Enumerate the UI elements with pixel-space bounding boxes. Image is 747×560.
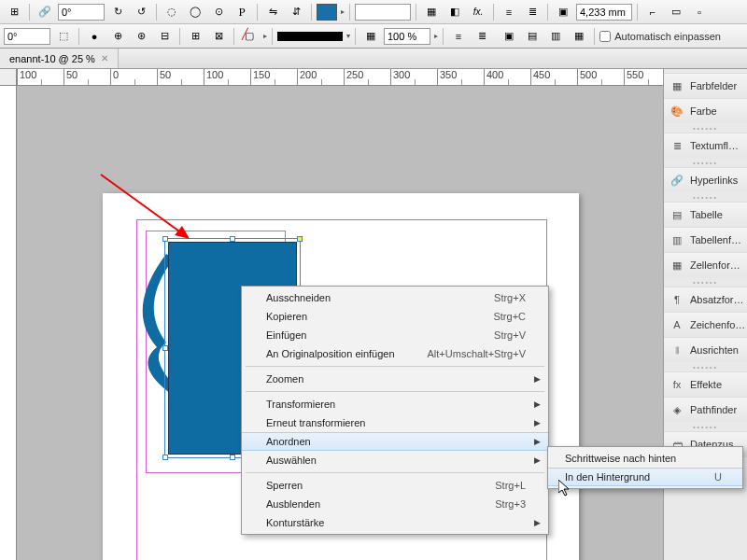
align-right-icon[interactable]: ≣ bbox=[472, 27, 492, 46]
toolbar-row-2: ⬚ ● ⊕ ⊛ ⊟ ⊞ ⊠ ▢╱ ▸ ▾ ▦ ▸ ≡ ≣ ▣ ▤ ▥ ▦ Aut… bbox=[0, 24, 747, 49]
no-fill-icon[interactable]: ▢╱ bbox=[239, 27, 260, 46]
frame-options-icon[interactable]: ▫ bbox=[689, 3, 710, 21]
ruler-tick: 400 bbox=[484, 69, 530, 85]
menu-item-kopieren[interactable]: KopierenStrg+C bbox=[242, 307, 548, 326]
document-tab-label: enannt-10 @ 25 % bbox=[9, 53, 95, 64]
ellipse-icon[interactable]: ◯ bbox=[185, 3, 205, 21]
menu-shortcut: Strg+L bbox=[495, 480, 526, 491]
panel-label: Farbe bbox=[690, 105, 717, 117]
menu-item-erneuttransformieren[interactable]: Erneut transformieren▶ bbox=[242, 413, 548, 432]
panel-textumfl[interactable]: ≣Textumfl… bbox=[664, 133, 747, 158]
document-tab[interactable]: enannt-10 @ 25 % ✕ bbox=[0, 49, 119, 68]
circle-gear-icon[interactable]: ⊛ bbox=[131, 27, 151, 46]
menu-item-label: An Originalposition einfügen bbox=[266, 348, 395, 359]
ruler-horizontal[interactable]: 10050050100150200250300350400450500550 bbox=[17, 69, 663, 86]
menu-item-label: Anordnen bbox=[266, 436, 311, 447]
align-left-icon[interactable]: ≡ bbox=[448, 27, 469, 46]
submenu-item-schrittweisenachhinten[interactable]: Schrittweise nach hinten bbox=[548, 449, 742, 468]
fx-icon[interactable]: fx. bbox=[468, 3, 488, 21]
panel-tabelle[interactable]: ▤Tabelle bbox=[664, 202, 747, 227]
align-para-left-icon[interactable]: ≡ bbox=[499, 3, 519, 21]
checker-icon[interactable]: ▦ bbox=[360, 27, 381, 46]
offset-input[interactable] bbox=[576, 4, 632, 21]
panel-icon: ▤ bbox=[669, 207, 684, 222]
chevron-down-icon[interactable]: ▾ bbox=[346, 32, 350, 40]
menu-item-konturstrke[interactable]: Konturstärke▶ bbox=[242, 513, 548, 532]
menu-item-label: Ausschneiden bbox=[266, 292, 331, 303]
panel-pathfinder[interactable]: ◈Pathfinder bbox=[664, 397, 747, 422]
menu-shortcut: Strg+3 bbox=[495, 498, 526, 510]
menu-item-sperren[interactable]: SperrenStrg+L bbox=[242, 476, 548, 495]
fit-content-icon[interactable]: ▤ bbox=[522, 27, 543, 46]
panel-icon: A bbox=[669, 317, 684, 332]
rotate-cw-icon[interactable]: ↻ bbox=[107, 3, 128, 21]
gradient-icon[interactable]: ◧ bbox=[444, 3, 465, 21]
circle-plus-icon[interactable]: ⊕ bbox=[107, 27, 128, 46]
menu-item-ausschneiden[interactable]: AusschneidenStrg+X bbox=[242, 288, 548, 307]
fill-swatch[interactable] bbox=[317, 4, 337, 21]
zoom-input[interactable] bbox=[384, 28, 430, 45]
panel-grip[interactable] bbox=[664, 158, 747, 167]
ellipse-dashed-icon[interactable]: ◌ bbox=[162, 3, 182, 21]
center-content-icon[interactable]: ▥ bbox=[545, 27, 566, 46]
opacity-icon[interactable]: ▦ bbox=[421, 3, 442, 21]
menu-item-anoriginalpositioneinfgen[interactable]: An Originalposition einfügenAlt+Umschalt… bbox=[242, 344, 548, 363]
ellipse-dotted-icon[interactable]: ⊙ bbox=[208, 3, 229, 21]
angle-input-2[interactable] bbox=[4, 28, 50, 45]
chevron-down-icon[interactable]: ▸ bbox=[434, 32, 438, 40]
panel-grip[interactable] bbox=[664, 123, 747, 133]
chevron-down-icon[interactable]: ▸ bbox=[341, 7, 345, 16]
panel-tabellenf[interactable]: ▥Tabellenf… bbox=[664, 227, 747, 252]
ruler-tick: 100 bbox=[204, 69, 250, 85]
ruler-vertical[interactable] bbox=[0, 69, 17, 560]
curved-shape[interactable] bbox=[120, 254, 176, 394]
menu-item-anordnen[interactable]: Anordnen▶ bbox=[242, 432, 548, 451]
panel-effekte[interactable]: fxEffekte bbox=[664, 371, 747, 397]
menu-item-zoomen[interactable]: Zoomen▶ bbox=[242, 370, 548, 388]
menu-item-auswhlen[interactable]: Auswählen▶ bbox=[242, 451, 548, 469]
flip-horizontal-icon[interactable]: ⇋ bbox=[262, 3, 283, 21]
panel-absatzfor[interactable]: ¶Absatzfor… bbox=[664, 287, 747, 312]
menu-shortcut: Strg+V bbox=[494, 329, 526, 341]
fill-frame-icon[interactable]: ▦ bbox=[569, 27, 589, 46]
corner-options-icon[interactable]: ⌐ bbox=[642, 3, 663, 21]
anchor-point-icon[interactable]: ⊞ bbox=[4, 3, 24, 21]
flip-vertical-icon[interactable]: ⇵ bbox=[286, 3, 306, 21]
frame-fit-icon[interactable]: ▭ bbox=[666, 3, 686, 21]
panel-grip[interactable] bbox=[664, 277, 747, 287]
ellipse-solid-icon[interactable]: ● bbox=[84, 27, 105, 46]
align-center-icon[interactable]: ⊟ bbox=[154, 27, 175, 46]
fit-frame-icon[interactable]: ▣ bbox=[499, 27, 519, 46]
text-wrap-icon[interactable]: ▣ bbox=[553, 3, 573, 21]
chevron-right-icon: ▶ bbox=[534, 437, 541, 446]
shear-icon[interactable]: ⬚ bbox=[53, 27, 74, 46]
panel-icon: ▦ bbox=[669, 258, 684, 273]
panel-ausrichten[interactable]: ⫴Ausrichten bbox=[664, 337, 747, 362]
ruler-origin[interactable] bbox=[0, 69, 17, 86]
spread-icon[interactable]: ⊠ bbox=[208, 27, 229, 46]
stroke-preview[interactable] bbox=[277, 32, 343, 41]
rotate-ccw-icon[interactable]: ↺ bbox=[131, 3, 151, 21]
panel-grip[interactable] bbox=[664, 192, 747, 202]
align-para-center-icon[interactable]: ≣ bbox=[522, 3, 543, 21]
chevron-down-icon[interactable]: ▸ bbox=[263, 32, 267, 40]
panel-zeichenfo[interactable]: AZeichenfo… bbox=[664, 312, 747, 337]
panel-zellenfor[interactable]: ▦Zellenfor… bbox=[664, 252, 747, 277]
menu-item-transformieren[interactable]: Transformieren▶ bbox=[242, 395, 548, 413]
panel-farbe[interactable]: 🎨Farbe bbox=[664, 98, 747, 123]
close-icon[interactable]: ✕ bbox=[101, 53, 108, 63]
type-on-path-icon[interactable]: P bbox=[232, 3, 252, 21]
field-input-1[interactable] bbox=[355, 4, 411, 21]
chain-icon[interactable]: 🔗 bbox=[35, 3, 55, 21]
menu-item-einfgen[interactable]: EinfügenStrg+V bbox=[242, 326, 548, 344]
distribute-center-icon[interactable]: ⊞ bbox=[185, 27, 205, 46]
panel-farbfelder[interactable]: ▦Farbfelder bbox=[664, 73, 747, 98]
panel-grip[interactable] bbox=[664, 362, 747, 371]
panel-grip[interactable] bbox=[664, 422, 747, 431]
menu-item-ausblenden[interactable]: AusblendenStrg+3 bbox=[242, 495, 548, 513]
ruler-tick: 0 bbox=[110, 69, 157, 85]
angle-input-1[interactable] bbox=[58, 4, 105, 21]
panel-hyperlinks[interactable]: 🔗Hyperlinks bbox=[664, 167, 747, 192]
submenu-item-indenhintergrund[interactable]: In den HintergrundU bbox=[548, 468, 742, 486]
autofit-checkbox[interactable]: Automatisch einpassen bbox=[599, 31, 721, 42]
